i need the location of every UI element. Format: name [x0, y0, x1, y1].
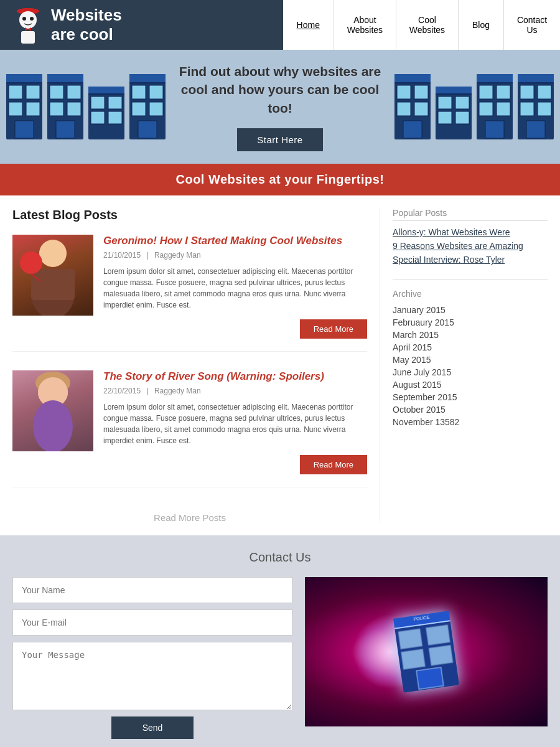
sidebar-popular-1[interactable]: Allons-y: What Websites Were — [393, 227, 548, 237]
svg-rect-18 — [67, 85, 81, 99]
blog-section-title: Latest Blog Posts — [12, 208, 367, 222]
svg-rect-10 — [26, 85, 40, 99]
svg-rect-32 — [132, 85, 146, 99]
svg-rect-64 — [538, 85, 551, 99]
svg-point-71 — [20, 251, 42, 274]
nav-item-blog[interactable]: Blog — [459, 0, 504, 50]
svg-rect-27 — [91, 111, 105, 124]
archive-item-2[interactable]: March 2015 — [393, 330, 548, 340]
blog-post-2-image — [12, 370, 93, 451]
svg-rect-19 — [50, 102, 63, 116]
archive-item-7[interactable]: September 2015 — [393, 392, 548, 402]
tardis-1 — [6, 74, 42, 139]
blog-post-1-title[interactable]: Geronimo! How I Started Making Cool Webs… — [103, 235, 367, 247]
svg-rect-44 — [403, 121, 422, 138]
nav-item-about[interactable]: About Websites — [334, 0, 396, 50]
read-more-1-button[interactable]: Read More — [300, 319, 367, 339]
nav-item-contact[interactable]: Contact Us — [504, 0, 560, 50]
red-banner: Cool Websites at your Fingertips! — [0, 164, 560, 195]
svg-rect-26 — [108, 96, 122, 109]
svg-rect-56 — [497, 85, 510, 99]
tardis-6 — [436, 87, 472, 139]
svg-rect-13 — [15, 121, 34, 138]
archive-item-0[interactable]: January 2015 — [393, 305, 548, 315]
archive-item-1[interactable]: Februaury 2015 — [393, 317, 548, 327]
svg-rect-23 — [88, 87, 124, 94]
send-button[interactable]: Send — [111, 716, 194, 739]
tardis-3 — [88, 87, 124, 139]
svg-rect-41 — [414, 85, 428, 99]
svg-rect-36 — [138, 121, 157, 138]
svg-rect-81 — [426, 625, 450, 646]
svg-rect-28 — [108, 111, 122, 124]
svg-point-68 — [39, 240, 67, 267]
sidebar-divider — [393, 280, 548, 280]
archive-item-8[interactable]: October 2015 — [393, 405, 548, 415]
archive-item-9[interactable]: November 13582 — [393, 417, 548, 427]
blog-post-2-content: The Story of River Song (Warning: Spoile… — [103, 370, 367, 474]
sidebar-archive-title: Archive — [393, 289, 548, 299]
nav-item-home[interactable]: Home — [283, 0, 334, 50]
tardis-7 — [477, 74, 513, 139]
svg-point-76 — [33, 400, 73, 451]
svg-point-4 — [30, 17, 34, 21]
sidebar-popular-3[interactable]: Special Interview: Rose Tyler — [393, 255, 548, 265]
contact-message-input[interactable] — [12, 642, 292, 710]
svg-rect-63 — [520, 85, 534, 99]
archive-item-6[interactable]: August 2015 — [393, 380, 548, 390]
svg-rect-84 — [416, 667, 444, 689]
svg-rect-40 — [397, 85, 411, 99]
site-title: Websites are cool — [51, 6, 122, 44]
svg-point-2 — [19, 11, 37, 29]
hero-tardis-left — [6, 74, 166, 139]
svg-rect-12 — [26, 102, 40, 116]
svg-rect-83 — [429, 646, 453, 666]
svg-rect-70 — [31, 269, 75, 300]
svg-rect-43 — [414, 102, 428, 116]
contact-title: Contact Us — [12, 550, 548, 565]
svg-rect-49 — [455, 96, 469, 109]
contact-email-input[interactable] — [12, 609, 292, 636]
sidebar-popular-section: Popular Posts Allons-y: What Websites We… — [393, 208, 548, 265]
svg-rect-57 — [479, 102, 493, 116]
archive-item-4[interactable]: May 2015 — [393, 355, 548, 365]
hero-text: Find out about why websites are cool and… — [166, 62, 394, 151]
svg-rect-11 — [9, 102, 22, 116]
blog-post-1-meta: 21/10/2015 | Raggedy Man — [103, 251, 367, 260]
blog-post-2: The Story of River Song (Warning: Spoile… — [12, 370, 367, 487]
svg-rect-55 — [479, 85, 493, 99]
svg-rect-20 — [67, 102, 81, 116]
read-more-2-button[interactable]: Read More — [300, 455, 367, 474]
contact-section: Contact Us Send POLICE — [0, 535, 560, 747]
svg-rect-30 — [129, 74, 166, 83]
hero-section: Find out about why websites are cool and… — [0, 50, 560, 164]
contact-form: Send — [12, 577, 292, 739]
svg-rect-38 — [394, 74, 431, 83]
svg-rect-35 — [149, 102, 163, 116]
svg-rect-48 — [438, 96, 452, 109]
tardis-5 — [394, 74, 431, 139]
nav-item-cool[interactable]: Cool Websites — [396, 0, 459, 50]
sidebar-popular-2[interactable]: 9 Reasons Websites are Amazing — [393, 241, 548, 251]
blog-post-1-content: Geronimo! How I Started Making Cool Webs… — [103, 235, 367, 339]
main-nav: Home About Websites Cool Websites Blog C… — [283, 0, 560, 50]
svg-rect-82 — [401, 649, 426, 670]
blog-post-2-meta: 22/10/2015 | Raggedy Man — [103, 387, 367, 395]
blog-post-1-image — [12, 235, 93, 316]
svg-rect-67 — [526, 121, 545, 138]
read-more-posts[interactable]: Read More Posts — [12, 506, 367, 523]
svg-rect-66 — [538, 102, 551, 116]
sidebar-archive-section: Archive January 2015 Februaury 2015 Marc… — [393, 289, 548, 427]
hero-cta-button[interactable]: Start Here — [237, 128, 322, 151]
archive-item-3[interactable]: April 2015 — [393, 342, 548, 352]
svg-rect-25 — [91, 96, 105, 109]
sidebar-popular-title: Popular Posts — [393, 208, 548, 221]
svg-rect-17 — [50, 85, 63, 99]
blog-section: Latest Blog Posts Geronimo! How I Starte… — [12, 208, 367, 523]
blog-post-2-title[interactable]: The Story of River Song (Warning: Spoile… — [103, 370, 367, 383]
archive-item-5[interactable]: June July 2015 — [393, 367, 548, 377]
svg-rect-51 — [455, 111, 469, 124]
svg-rect-50 — [438, 111, 452, 124]
svg-rect-46 — [436, 87, 472, 94]
contact-name-input[interactable] — [12, 577, 292, 603]
